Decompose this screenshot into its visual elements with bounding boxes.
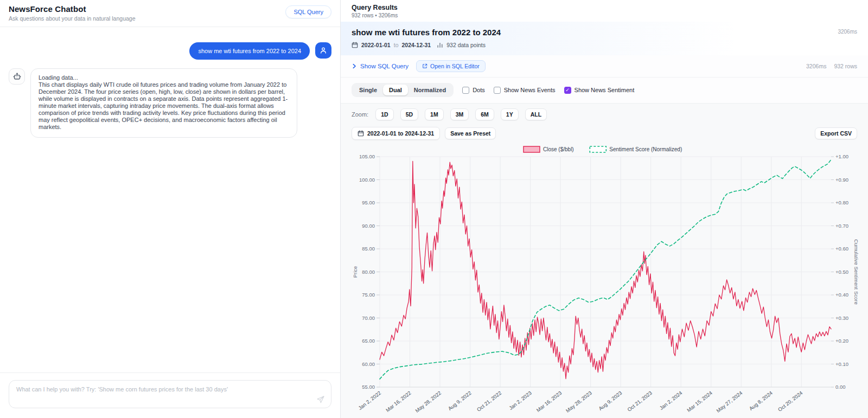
y-right-tick-label: +0.90: [835, 177, 848, 183]
y-left-tick-label: 55.00: [362, 384, 375, 390]
view-mode-dual[interactable]: Dual: [383, 85, 408, 95]
y-right-tick-label: +0.60: [835, 246, 848, 252]
bot-avatar: [9, 68, 25, 85]
calendar-icon: [352, 42, 358, 48]
date-to: 2024-12-31: [401, 42, 431, 48]
x-tick-label: Oct 21, 2022: [476, 390, 503, 413]
y-right-tick-label: +0.50: [835, 269, 848, 275]
y-right-tick-label: +0.40: [835, 292, 848, 298]
chat-input-area: [0, 372, 340, 418]
y-right-tick-label: +1.00: [835, 153, 848, 159]
x-tick-label: Jan 2, 2024: [659, 390, 684, 411]
show-sql-query-toggle[interactable]: Show SQL Query: [352, 63, 409, 69]
results-header: Query Results 932 rows • 3206ms: [341, 0, 868, 22]
y-left-tick-label: 95.00: [362, 200, 375, 205]
y-left-tick-label: 100.00: [359, 177, 375, 183]
legend-swatch-close: [524, 146, 540, 152]
app-root: NewsForce Chatbot Ask questions about yo…: [0, 0, 868, 418]
x-tick-label: Jan 2, 2022: [357, 390, 382, 411]
open-sql-editor-button[interactable]: Open in SQL Editor: [416, 60, 486, 72]
x-tick-label: May 28, 2023: [565, 390, 593, 414]
x-tick-label: Jan 2, 2023: [508, 390, 533, 411]
zoom-all-button[interactable]: ALL: [525, 108, 547, 120]
app-subtitle: Ask questions about your data in natural…: [9, 15, 136, 22]
chat-input[interactable]: [9, 380, 331, 408]
y-left-axis-title: Price: [352, 266, 358, 278]
results-title: Query Results: [352, 4, 857, 11]
x-tick-label: May 27, 2024: [715, 390, 743, 414]
y-right-tick-label: +0.30: [835, 315, 848, 321]
assistant-message-text: This chart displays daily WTI crude oil …: [39, 81, 289, 131]
export-csv-button[interactable]: Export CSV: [815, 127, 857, 139]
view-mode-segmented-control: SingleDualNormalized: [352, 83, 454, 97]
chat-message-list: show me wti futures from 2022 to 2024: [0, 27, 340, 372]
x-tick-label: Mar 15, 2024: [686, 390, 713, 413]
show-news-events-checkbox[interactable]: Show News Events: [494, 87, 556, 94]
query-title: show me wti futures from 2022 to 2024: [352, 28, 501, 37]
x-tick-label: Oct 21, 2023: [626, 390, 653, 413]
date-range-row: 2022-01-01 to 2024-12-31 Save as Preset …: [341, 123, 868, 145]
chat-header: NewsForce Chatbot Ask questions about yo…: [0, 0, 340, 27]
x-tick-label: Aug 8, 2024: [748, 390, 774, 411]
view-mode-single[interactable]: Single: [353, 85, 383, 95]
loading-text: Loading data...: [39, 74, 289, 81]
sql-toolbar: Show SQL Query Open in SQL Editor 3206ms…: [341, 55, 868, 78]
query-results-panel: Query Results 932 rows • 3206ms show me …: [341, 0, 868, 418]
chart-area: Jan 2, 2022Mar 16, 2022May 28, 2022Aug 9…: [341, 145, 868, 418]
y-right-tick-label: +0.10: [835, 361, 848, 367]
legend-label: Sentiment Score (Normalized): [609, 146, 682, 152]
date-range-button[interactable]: 2022-01-01 to 2024-12-31: [352, 127, 440, 140]
chart-legend: Close ($/bbl)Sentiment Score (Normalized…: [524, 146, 682, 152]
checkbox-box[interactable]: ✓: [564, 87, 571, 94]
y-left-tick-label: 65.00: [362, 338, 375, 344]
x-tick-label: May 28, 2022: [414, 390, 442, 414]
query-summary-band: show me wti futures from 2022 to 2024 20…: [341, 22, 868, 55]
close-price-line: [380, 162, 831, 379]
zoom-3m-button[interactable]: 3M: [450, 108, 469, 120]
y-left-tick-label: 105.00: [359, 153, 375, 159]
sentiment-line: [380, 159, 831, 379]
y-left-tick-label: 60.00: [362, 361, 375, 367]
zoom-1y-button[interactable]: 1Y: [501, 108, 519, 120]
user-message-row: show me wti futures from 2022 to 2024: [9, 42, 331, 60]
query-time-badge: 3206ms: [838, 28, 857, 48]
view-mode-normalized[interactable]: Normalized: [408, 85, 452, 95]
x-tick-label: Mar 16, 2023: [535, 390, 563, 413]
zoom-controls-row: Zoom: 1D5D1M3M6M1YALL: [341, 104, 868, 123]
robot-icon: [12, 72, 22, 81]
external-link-icon: [422, 63, 427, 69]
y-left-tick-label: 90.00: [362, 223, 375, 229]
checkbox-label: Show News Events: [504, 87, 556, 93]
chart-controls-row: SingleDualNormalized DotsShow News Event…: [341, 78, 868, 104]
y-right-tick-label: +0.70: [835, 223, 848, 229]
x-tick-label: Aug 9, 2023: [597, 390, 623, 411]
y-right-tick-label: +0.20: [835, 338, 848, 344]
zoom-1d-button[interactable]: 1D: [375, 108, 393, 120]
y-right-tick-label: +0.80: [835, 200, 848, 205]
zoom-6m-button[interactable]: 6M: [475, 108, 494, 120]
elapsed-time: 3206ms: [806, 63, 826, 69]
assistant-message-row: Loading data... This chart displays dail…: [9, 68, 331, 138]
calendar-icon: [358, 130, 364, 137]
zoom-buttons: 1D5D1M3M6M1YALL: [375, 108, 547, 120]
assistant-message-bubble: Loading data... This chart displays dail…: [30, 68, 297, 138]
sql-query-button[interactable]: SQL Query: [285, 5, 331, 18]
send-icon[interactable]: [316, 395, 325, 406]
legend-swatch-sentiment: [590, 146, 606, 152]
chatbot-panel: NewsForce Chatbot Ask questions about yo…: [0, 0, 341, 418]
checkbox-label: Show News Sentiment: [575, 87, 635, 93]
y-left-tick-label: 85.00: [362, 246, 375, 252]
chevron-right-icon: [352, 63, 357, 69]
zoom-5d-button[interactable]: 5D: [400, 108, 418, 120]
x-tick-label: Oct 20, 2024: [777, 390, 804, 413]
checkbox-box[interactable]: [494, 87, 501, 94]
y-left-tick-label: 70.00: [362, 315, 375, 321]
dots-checkbox[interactable]: Dots: [462, 87, 485, 94]
x-tick-label: Mar 16, 2022: [385, 390, 412, 413]
data-points-label: 932 data points: [446, 42, 486, 48]
chart-option-checkboxes: DotsShow News Events✓Show News Sentiment: [462, 87, 634, 94]
show-news-sentiment-checkbox[interactable]: ✓Show News Sentiment: [564, 87, 635, 94]
save-preset-button[interactable]: Save as Preset: [445, 127, 496, 139]
checkbox-box[interactable]: [462, 87, 469, 94]
zoom-1m-button[interactable]: 1M: [425, 108, 444, 120]
